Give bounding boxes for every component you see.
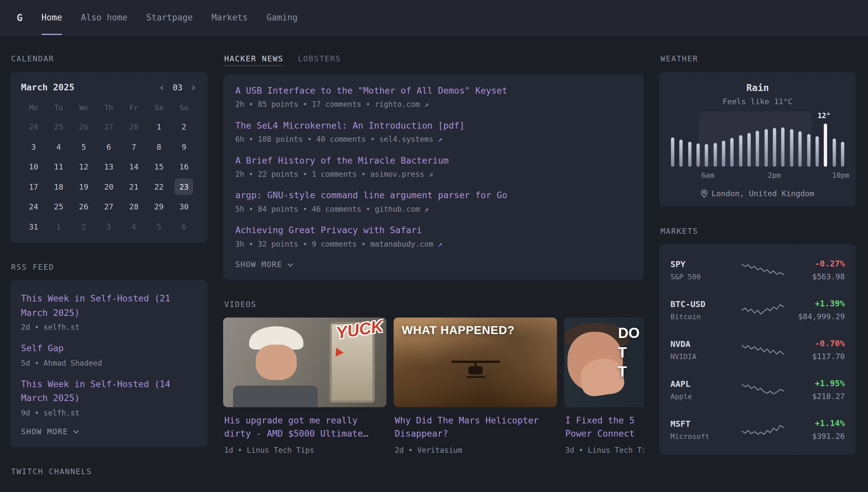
- hn-item-source[interactable]: asimov.press: [370, 170, 424, 178]
- top-nav: G HomeAlso homeStartpageMarketsGaming: [0, 0, 868, 35]
- hn-item-title[interactable]: A USB Interface to the "Mother of All De…: [235, 85, 632, 96]
- weather-bar: [756, 131, 759, 167]
- rss-item-title[interactable]: This Week in Self-Hosted (21 March 2025): [21, 292, 197, 320]
- weather-section-label: WEATHER: [660, 54, 856, 63]
- calendar-day: 21: [121, 178, 146, 195]
- market-name: S&P 500: [670, 272, 736, 280]
- video-text: Why Did The Mars HelicopterDisappear?2d …: [393, 407, 557, 454]
- chevron-down-icon: [287, 263, 293, 267]
- video-title[interactable]: Disappear?: [395, 427, 556, 440]
- nav-tab-markets[interactable]: Markets: [212, 0, 248, 35]
- market-name: Bitcoin: [670, 312, 736, 321]
- market-row[interactable]: MSFTMicrosoft+1.14%$391.26: [670, 410, 845, 449]
- calendar-next-icon[interactable]: ›: [190, 82, 196, 93]
- weather-bar: [747, 133, 751, 167]
- market-name: Apple: [670, 392, 736, 400]
- overlay-letter: T: [618, 344, 640, 361]
- calendar-day: 12: [71, 158, 96, 175]
- video-title[interactable]: Why Did The Mars Helicopter: [395, 414, 556, 427]
- video-title[interactable]: dirty - AMD $5000 Ultimate…: [224, 427, 385, 440]
- video-thumbnail[interactable]: WHAT HAPPENED?: [393, 318, 557, 407]
- nav-tab-home[interactable]: Home: [42, 0, 62, 35]
- video-title[interactable]: His upgrade got me really: [224, 414, 385, 427]
- rss-show-more-label: SHOW MORE: [21, 427, 68, 436]
- hn-item-source[interactable]: sel4.systems: [379, 134, 433, 144]
- hn-item-title[interactable]: A Brief History of the Miracle Bacterium: [235, 155, 632, 166]
- rss-item-title[interactable]: This Week in Self-Hosted (14 March 2025): [21, 377, 197, 405]
- video-thumbnail[interactable]: YUCK: [223, 318, 387, 407]
- calendar-day: 5: [71, 139, 96, 155]
- calendar-prev-icon[interactable]: ‹: [159, 82, 165, 93]
- market-row[interactable]: SPYS&P 500-0.27%$563.98: [670, 250, 845, 290]
- calendar-day: 18: [46, 178, 71, 195]
- weekday-label: We: [71, 103, 96, 112]
- calendar-day: 2: [71, 218, 96, 235]
- calendar-day: 31: [21, 218, 46, 235]
- weather-bar: [815, 136, 819, 167]
- hn-item-meta: 5h • 84 points • 46 comments • github.co…: [235, 204, 632, 213]
- weather-time-label: 10pm: [832, 171, 849, 179]
- weather-bar: [722, 141, 725, 167]
- calendar-day: 7: [121, 139, 146, 155]
- rss-show-more[interactable]: SHOW MORE: [21, 427, 197, 436]
- overlay-letter: T: [618, 363, 640, 380]
- tab-hacker-news[interactable]: HACKER NEWS: [224, 54, 283, 66]
- market-symbol-block: SPYS&P 500: [670, 259, 736, 280]
- weather-times: 6am2pm10pm: [670, 171, 845, 180]
- hacker-news-widget: A USB Interface to the "Mother of All De…: [223, 74, 644, 280]
- dashboard-columns: CALENDAR March 2025 ‹ 03 › MoTuWeThFrSaS…: [0, 35, 868, 485]
- hn-item-title[interactable]: The SeL4 Microkernel: An Introduction [p…: [235, 120, 632, 131]
- helicopter-skid: [466, 376, 485, 377]
- video-card[interactable]: YUCKHis upgrade got me reallydirty - AMD…: [223, 318, 387, 454]
- nav-tab-gaming[interactable]: Gaming: [267, 0, 297, 35]
- rss-item-meta: 9d • selfh.st: [21, 408, 197, 417]
- video-thumbnail[interactable]: DOTT: [564, 318, 644, 407]
- weather-bar: [807, 134, 810, 167]
- app-logo[interactable]: G: [17, 11, 22, 23]
- hn-show-more[interactable]: SHOW MORE: [235, 260, 632, 269]
- weather-condition: Rain: [670, 82, 845, 93]
- nav-tab-startpage[interactable]: Startpage: [146, 0, 193, 35]
- weather-bar-current: [824, 123, 827, 167]
- market-symbol: AAPL: [670, 378, 736, 389]
- market-price: $218.27: [790, 392, 845, 401]
- hn-item-title[interactable]: Achieving Great Privacy with Safari: [235, 225, 632, 236]
- news-tabs: HACKER NEWS LOBSTERS: [224, 54, 643, 66]
- external-link-icon: ↗: [420, 204, 429, 213]
- hn-item-source[interactable]: matanabudy.com: [370, 239, 433, 248]
- video-card[interactable]: WHAT HAPPENED?Why Did The Mars Helicopte…: [393, 318, 557, 454]
- calendar-day: 24: [21, 119, 46, 135]
- external-link-icon: ↗: [424, 170, 433, 178]
- calendar-day: 8: [146, 139, 172, 155]
- calendar-day: 13: [96, 158, 121, 175]
- nav-tab-also-home[interactable]: Also home: [81, 0, 128, 35]
- market-price: $84,999.29: [790, 312, 845, 321]
- video-title[interactable]: I Fixed the 5: [565, 414, 644, 427]
- calendar-day: 26: [71, 119, 96, 135]
- hn-item-source[interactable]: github.com: [375, 204, 420, 213]
- weather-widget: Rain Feels like 11°C 12° 6am2pm10pm Lond…: [659, 72, 856, 206]
- tab-lobsters[interactable]: LOBSTERS: [298, 54, 341, 66]
- market-change: +1.95%: [790, 378, 845, 388]
- hn-item-source[interactable]: righto.com: [375, 100, 420, 108]
- weather-location-row: London, United Kingdom: [670, 189, 845, 198]
- calendar-day: 26: [71, 198, 96, 215]
- hn-item-title[interactable]: argp: GNU-style command line argument pa…: [235, 190, 632, 200]
- market-row[interactable]: AAPLApple+1.95%$218.27: [670, 370, 845, 410]
- market-row[interactable]: NVDANVIDIA-0.70%$117.70: [670, 330, 845, 370]
- weather-bar: [713, 143, 717, 167]
- video-card[interactable]: DOTTI Fixed the 5Power Connect3d • Linus…: [564, 318, 644, 454]
- hn-item-meta: 3h • 32 points • 9 comments • matanabudy…: [235, 239, 632, 248]
- market-price-block: +1.14%$391.26: [790, 418, 845, 440]
- video-title[interactable]: Power Connect: [565, 427, 644, 440]
- external-link-icon: ↗: [433, 134, 442, 144]
- calendar-day: 28: [121, 119, 146, 135]
- rss-item-title[interactable]: Self Gap: [21, 341, 197, 355]
- weather-bars: [670, 113, 845, 167]
- shirt-art: [233, 386, 318, 407]
- hn-item: argp: GNU-style command line argument pa…: [235, 190, 632, 213]
- hn-item-meta: 2h • 85 points • 17 comments • righto.co…: [235, 100, 632, 108]
- market-row[interactable]: BTC-USDBitcoin+1.39%$84,999.29: [670, 290, 845, 330]
- weather-feels-like: Feels like 11°C: [670, 97, 845, 106]
- rss-item: This Week in Self-Hosted (14 March 2025)…: [21, 377, 197, 417]
